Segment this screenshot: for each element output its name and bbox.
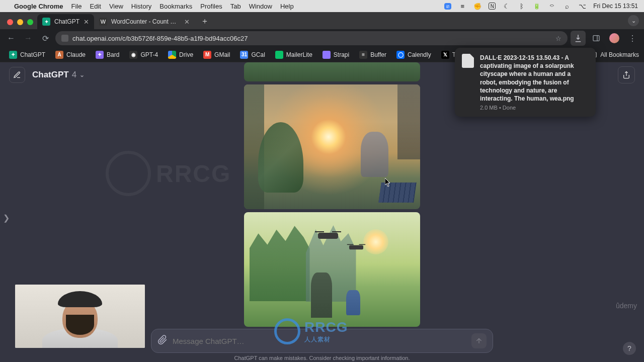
bookmark-drive[interactable]: Drive: [164, 49, 197, 61]
do-not-disturb-icon[interactable]: ☾: [503, 2, 511, 10]
window-traffic-lights: [5, 19, 37, 29]
bookmark-strapi[interactable]: Strapi: [318, 49, 353, 61]
forward-button[interactable]: →: [21, 31, 35, 45]
macos-menubar: Google Chrome File Edit View History Boo…: [0, 0, 644, 12]
all-bookmarks-button[interactable]: All Bookmarks: [590, 51, 639, 58]
battery-icon[interactable]: 🔋: [533, 2, 541, 10]
menu-history[interactable]: History: [131, 3, 151, 10]
browser-tab-wordcounter[interactable]: W WordCounter - Count Words ✕: [94, 14, 195, 29]
tab-close-icon[interactable]: ✕: [184, 18, 190, 26]
menu-edit[interactable]: Edit: [90, 3, 101, 10]
control-center-icon[interactable]: ⌥: [578, 2, 586, 10]
downloads-button[interactable]: [571, 31, 586, 46]
bookmark-gpt4[interactable]: ◉GPT-4: [125, 49, 162, 61]
chrome-toolbar: ← → ⟳ chat.openai.com/c/b3b5726f-859e-48…: [0, 29, 644, 47]
spotlight-icon[interactable]: ⌕: [563, 2, 571, 10]
bookmark-buffer[interactable]: ≡Buffer: [355, 49, 390, 61]
chrome-menu-button[interactable]: ⋮: [625, 31, 640, 46]
reload-button[interactable]: ⟳: [38, 31, 52, 45]
menu-window[interactable]: Window: [249, 3, 272, 10]
menubar-extra-icon[interactable]: ≡: [458, 2, 466, 10]
download-meta: 2.0 MB • Done: [480, 105, 589, 111]
menu-view[interactable]: View: [109, 3, 123, 10]
url-text: chat.openai.com/c/b3b5726f-859e-48b5-a1f…: [72, 35, 248, 42]
bookmark-gcal[interactable]: 31GCal: [236, 49, 269, 61]
send-button[interactable]: [471, 333, 487, 348]
webcam-overlay: [15, 285, 145, 348]
tab-title: ChatGPT: [54, 18, 79, 25]
tab-title: WordCounter - Count Words: [111, 18, 180, 25]
tabs-dropdown-button[interactable]: ⌄: [628, 15, 639, 26]
bookmark-star-icon[interactable]: ☆: [555, 35, 561, 42]
address-bar[interactable]: chat.openai.com/c/b3b5726f-859e-48b5-a1f…: [55, 31, 568, 45]
download-notification[interactable]: DALL·E 2023-12-15 13.50.43 - A captivati…: [455, 48, 596, 117]
wifi-icon[interactable]: ⌔: [548, 2, 556, 10]
menu-file[interactable]: File: [71, 3, 82, 10]
menu-profiles[interactable]: Profiles: [200, 3, 222, 10]
generated-images-column: [244, 62, 420, 327]
bookmark-mailerlite[interactable]: MailerLite: [271, 49, 316, 61]
bookmark-chatgpt[interactable]: ✦ChatGPT: [5, 49, 49, 61]
menu-tab[interactable]: Tab: [230, 3, 241, 10]
disclaimer-text: ChatGPT can make mistakes. Consider chec…: [0, 355, 644, 361]
bookmark-calendly[interactable]: ◯Calendly: [392, 49, 435, 61]
menubar-hand-icon[interactable]: ✊: [473, 2, 481, 10]
help-button[interactable]: ?: [623, 342, 636, 355]
udemy-watermark: ûdemy: [616, 302, 637, 310]
menubar-clock[interactable]: Fri Dec 15 13:51: [593, 3, 638, 10]
notion-icon[interactable]: N: [489, 3, 496, 10]
tab-favicon-chatgpt: ✦: [42, 18, 50, 26]
screen-mirroring-icon[interactable]: ⎚: [444, 3, 451, 10]
bookmark-claude[interactable]: AClaude: [51, 49, 90, 61]
active-app-name[interactable]: Google Chrome: [14, 3, 63, 10]
menu-help[interactable]: Help: [280, 3, 294, 10]
new-tab-button[interactable]: ＋: [198, 14, 212, 28]
bookmark-bard[interactable]: ✦Bard: [92, 49, 123, 61]
generated-image-1[interactable]: [244, 84, 420, 209]
file-icon: [462, 54, 474, 68]
window-minimize-button[interactable]: [17, 19, 23, 25]
profile-button[interactable]: [607, 31, 622, 46]
bluetooth-icon[interactable]: ᛒ: [518, 2, 526, 10]
message-input-area: [151, 329, 493, 353]
chrome-tab-strip: ✦ ChatGPT ✕ W WordCounter - Count Words …: [0, 12, 644, 29]
window-close-button[interactable]: [7, 19, 13, 25]
back-button[interactable]: ←: [4, 31, 18, 45]
tab-favicon-wordcounter: W: [99, 18, 107, 26]
menu-bookmarks[interactable]: Bookmarks: [159, 3, 192, 10]
bookmark-gmail[interactable]: MGMail: [199, 49, 234, 61]
tab-close-icon[interactable]: ✕: [84, 18, 89, 26]
generated-image-partial[interactable]: [244, 62, 420, 81]
attach-button[interactable]: [157, 335, 168, 347]
generated-image-2[interactable]: [244, 212, 420, 327]
side-panel-button[interactable]: [589, 31, 604, 46]
browser-tab-chatgpt[interactable]: ✦ ChatGPT ✕: [37, 14, 94, 29]
message-input[interactable]: [173, 337, 466, 345]
window-maximize-button[interactable]: [27, 19, 33, 25]
download-filename: DALL·E 2023-12-15 13.50.43 - A captivati…: [480, 54, 589, 103]
site-info-icon[interactable]: [61, 35, 68, 42]
svg-rect-0: [593, 36, 599, 41]
